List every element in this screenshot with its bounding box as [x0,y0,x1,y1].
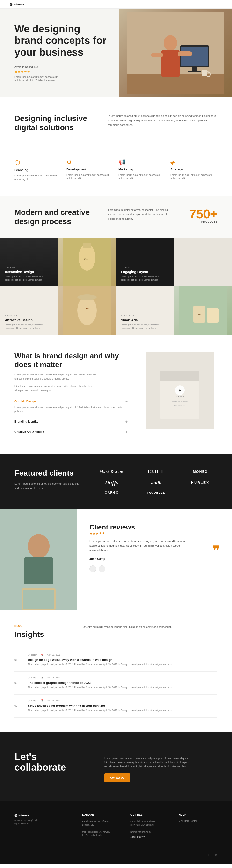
contact-button[interactable]: Contact Us [105,773,130,782]
features-grid: ⬡ Branding Lorem ipsum dolor sit amet, c… [0,159,232,195]
insight-date-icon-1: 📅 [41,654,44,656]
logo-icon: ◎ [10,2,12,6]
clients-title: Featured clients [14,468,80,477]
insight-title-2[interactable]: The coolest graphic design trends of 202… [28,681,218,684]
svg-rect-4 [192,67,198,71]
footer-tagline: Powered by Doug®. All rights reserved. [14,819,72,826]
rating-label: Average Rating 4.9/5 [14,65,109,68]
review-author: John Camp [89,557,220,561]
portfolio-title-5: Attractive Design [5,318,53,322]
insight-title-3[interactable]: Solve any product problem with the desig… [28,704,218,707]
designing-right: Lorem ipsum dolor sit amet, consectetur … [108,114,218,127]
portfolio-item-4 [174,238,232,286]
collab-title: Let's collaborate [14,751,90,773]
coffee-illustration: liful [174,286,232,335]
review-stars: ★★★★★ [89,531,220,535]
projects-count: 750+ PROJECTS [186,208,218,223]
footer-grid: ◎ intense Powered by Doug®. All rights r… [14,813,218,839]
insights-list: 01 ⬡ design 📅 April 23, 2022 Design on e… [14,649,218,718]
feature-branding: ⬡ Branding Lorem ipsum dolor sit amet, c… [14,159,62,181]
modern-right: Lorem ipsum dolor sit amet, consectetur … [108,208,171,221]
navbar: ◎ intense [0,0,232,9]
brand-section: What is brand design and why does it mat… [0,335,232,454]
portfolio-category-5: BRANDING [5,314,53,317]
collab-description: Lorem ipsum dolor sit amet, consectetur … [105,756,192,769]
svg-point-18 [77,294,97,300]
designing-left: Designing inclusive digital solutions [14,114,93,132]
hero-illustration [127,11,224,94]
insight-content-3: ⬡ design 📅 Nov 25, 2021 Solve any produc… [28,700,218,713]
client-logo-1: Mark & Sons [94,469,129,474]
reviews-image-placeholder [0,509,77,610]
accordion-item-3[interactable]: Creative Art Direction + [14,427,127,437]
insights-left: BLOG Insights [14,625,68,639]
clients-left: Featured clients Lorem ipsum dolor sit a… [14,468,80,494]
svg-point-30 [28,534,50,558]
svg-rect-21 [207,308,219,322]
footer-visit-links: Visit Help Centre [179,820,218,823]
portfolio-title-1: Interactive Design [5,270,53,274]
insight-date-icon-2: 📅 [41,677,44,679]
feature-branding-title: Branding [14,168,62,172]
hero-title: We designing brand concepts for your bus… [14,23,109,58]
marketing-icon: 📢 [118,159,166,166]
insights-title: Insights [14,630,68,639]
client-logo-7: CARGO [94,491,129,494]
footer-logo-icon: ◎ [14,813,17,817]
review-text: Lorem ipsum dolor sit amet, consectetur … [89,539,186,552]
social-linkedin-icon[interactable]: in [215,853,218,857]
accordion-header-1[interactable]: Graphic Design − [14,399,127,404]
portfolio-title-3: Engaging Layout [121,270,169,274]
svg-text:DLIP: DLIP [85,307,90,310]
review-body: Lorem ipsum dolor sit amet, consectetur … [89,539,220,552]
footer-col-london: LONDON Paradise Road 10, Office 99, Lond… [82,813,121,839]
footer-social: f t in [208,853,218,857]
insight-date-2: Nov 13, 2021 [47,677,60,679]
portfolio-desc-3: Lorem ipsum dolor sit amet, consectetur … [121,275,169,281]
portfolio-item-3: DESIGN Engaging Layout Lorem ipsum dolor… [116,238,174,286]
brand-body-2: Ut enim ad minim veniam, quis nostrud ex… [14,384,97,393]
portfolio-desc-1: Lorem ipsum dolor sit amet, consectetur … [5,275,53,281]
accordion-header-3[interactable]: Creative Art Direction + [14,430,127,434]
insight-title-1[interactable]: Design on edge walks away with 8 awards … [28,658,218,661]
client-logo-6: HURLEX [183,481,218,485]
play-button[interactable]: ▶ [175,385,185,395]
branding-icon: ⬡ [14,159,62,166]
footer-email-link[interactable]: help@intense.com [130,831,150,833]
accordion-item-1[interactable]: Graphic Design − Lorem ipsum dolor sit a… [14,396,127,416]
svg-text:YUZU: YUZU [84,258,90,260]
insight-category-2: ⬡ design [28,677,37,679]
insight-date-1: April 23, 2022 [47,654,61,656]
footer-address: Paradise Road 10, Office 99, London, UK … [82,820,121,837]
brand-right: Tennant lorem ipsum dolor adipiscing et … [142,351,218,429]
modern-left: Modern and creative design process [14,208,93,226]
designing-section: Designing inclusive digital solutions Lo… [0,97,232,147]
feature-marketing-title: Marketing [118,167,166,171]
review-next-button[interactable]: → [98,565,105,572]
feature-development: ⚙ Development Lorem ipsum dolor sit amet… [66,159,114,181]
client-logo-8: TACOBELL [139,491,173,494]
svg-rect-1 [127,74,224,94]
social-facebook-icon[interactable]: f [208,853,208,857]
logo[interactable]: ◎ intense [10,2,25,6]
insight-desc-3: The coolest graphic design trends of 202… [28,709,218,713]
insight-meta-1: ⬡ design 📅 April 23, 2022 [28,654,218,656]
insight-num-2: 02 [14,681,21,689]
brand-title: What is brand design and why does it mat… [14,351,127,369]
svg-rect-7 [161,50,180,77]
portfolio-desc-5: Lorem ipsum dolor sit amet, consectetur … [5,323,53,330]
footer-col-visit-title: HELP [179,813,218,816]
social-twitter-icon[interactable]: t [211,853,212,857]
footer: ◎ intense Powered by Doug®. All rights r… [0,801,232,864]
review-prev-button[interactable]: ← [89,565,96,572]
insight-meta-3: ⬡ design 📅 Nov 25, 2021 [28,700,218,702]
insight-desc-1: The coolest graphic design trends of 202… [28,663,218,666]
svg-text:lorem ipsum dolor: lorem ipsum dolor [172,401,187,403]
footer-logo-text: intense [18,813,29,817]
feature-strategy: ◈ Strategy Lorem ipsum dolor sit amet, c… [170,159,218,181]
accordion-icon-3: + [125,430,127,434]
accordion-header-2[interactable]: Branding Identity + [14,420,127,424]
footer-help-centre-link[interactable]: Visit Help Centre [179,820,218,823]
portfolio-category-7: STRATEGY [121,314,169,317]
accordion-item-2[interactable]: Branding Identity + [14,416,127,427]
